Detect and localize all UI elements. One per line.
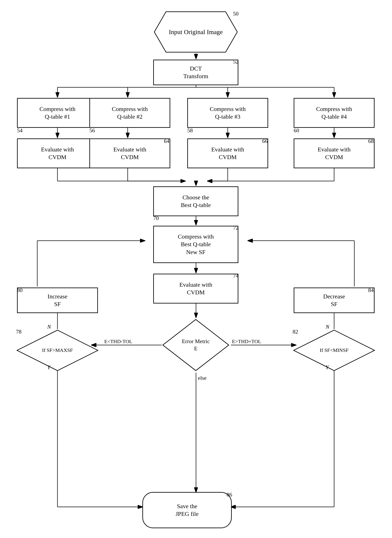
- num-64: 64: [164, 138, 169, 144]
- dct-node: DCTTransform: [153, 60, 238, 85]
- input-image-node: Input Original Image: [153, 11, 238, 53]
- eval3-node: Evaluate withCVDM: [187, 138, 268, 168]
- num-70: 70: [153, 215, 159, 222]
- n1-label: N: [47, 324, 51, 330]
- e-less-label: E<THD-TOL: [104, 339, 132, 345]
- num-58: 58: [187, 127, 193, 134]
- compress-best-node: Compress withBest Q-tableNew SF: [153, 226, 238, 263]
- num-50: 50: [233, 11, 238, 17]
- eval2-node: Evaluate withCVDM: [89, 138, 170, 168]
- compress4-node: Compress withQ-table #4: [294, 98, 374, 128]
- num-84: 84: [368, 287, 374, 293]
- num-80: 80: [17, 287, 23, 293]
- compress2-node: Compress withQ-table #2: [89, 98, 170, 128]
- num-60: 60: [294, 127, 299, 134]
- choose-best-node: Choose theBest Q-table: [153, 186, 238, 216]
- compress1-node: Compress withQ-table #1: [17, 98, 98, 128]
- flowchart-diagram: Input Original Image 50 DCTTransform 52 …: [0, 0, 392, 538]
- e-greater-label: E>THD+TOL: [232, 339, 261, 345]
- num-54: 54: [17, 127, 23, 134]
- y1-label: Y: [47, 364, 50, 371]
- num-86: 86: [227, 491, 232, 498]
- if-sf-max-node: If SF>MAXSF: [16, 329, 99, 372]
- error-metric-node: Error MetricE: [162, 318, 230, 372]
- eval-cvdm-node: Evaluate withCVDM: [153, 274, 238, 303]
- eval4-node: Evaluate withCVDM: [294, 138, 374, 168]
- num-72: 72: [233, 225, 238, 231]
- decrease-sf-node: DecreaseSF: [294, 288, 374, 313]
- num-78: 78: [16, 329, 22, 335]
- save-jpeg-node: Save theJPEG file: [142, 492, 232, 528]
- compress3-node: Compress withQ-table #3: [187, 98, 268, 128]
- n2-label: N: [326, 324, 329, 330]
- else-label: else: [198, 375, 206, 381]
- num-52: 52: [233, 59, 238, 65]
- num-66: 66: [262, 138, 268, 144]
- increase-sf-node: IncreaseSF: [17, 288, 98, 313]
- num-56: 56: [89, 127, 95, 134]
- num-82: 82: [293, 329, 298, 335]
- eval1-node: Evaluate withCVDM: [17, 138, 98, 168]
- num-74: 74: [233, 273, 238, 279]
- y2-label: Y: [326, 364, 329, 371]
- if-sf-min-node: If SF<MINSF: [293, 329, 376, 372]
- num-68: 68: [368, 138, 374, 144]
